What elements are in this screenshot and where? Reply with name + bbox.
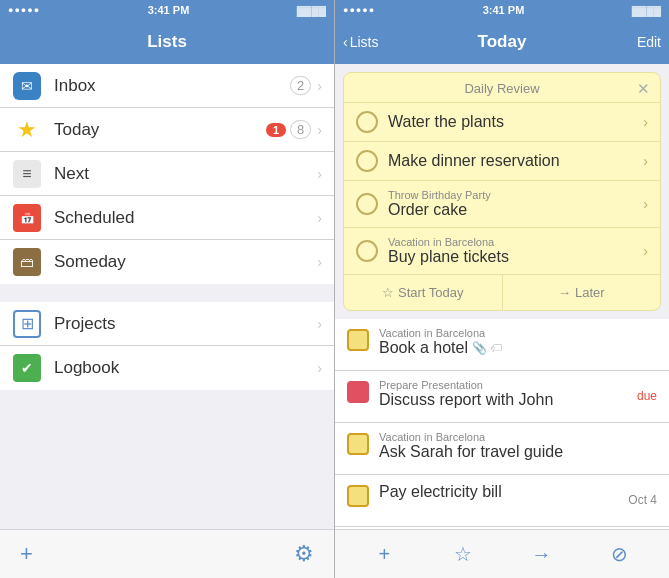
- right-nav-title: Today: [478, 32, 527, 52]
- projects-icon: ⊞: [12, 309, 42, 339]
- today-badge-red: 1: [266, 123, 286, 137]
- sidebar-item-logbook[interactable]: ✔ Logbook ›: [0, 346, 334, 390]
- left-bottom-bar: + ⚙: [0, 529, 334, 578]
- back-button[interactable]: ‹ Lists: [343, 34, 378, 50]
- review-item-4-content: Vacation in Barcelona Buy plane tickets: [388, 236, 643, 266]
- task-item-4[interactable]: Pay electricity bill Oct 4: [335, 475, 669, 527]
- back-label: Lists: [350, 34, 379, 50]
- someday-chevron: ›: [317, 254, 322, 270]
- edit-label: Edit: [637, 34, 661, 50]
- review-item-1-chevron: ›: [643, 114, 648, 130]
- task-3-subtitle: Vacation in Barcelona: [379, 431, 657, 443]
- later-button[interactable]: → Later: [503, 275, 661, 310]
- back-chevron-icon: ‹: [343, 34, 348, 50]
- left-nav-bar: Lists: [0, 20, 334, 64]
- sidebar-item-projects[interactable]: ⊞ Projects ›: [0, 302, 334, 346]
- today-arrow-button[interactable]: →: [502, 543, 581, 566]
- task-1-content: Vacation in Barcelona Book a hotel 📎 🏷: [379, 327, 657, 357]
- today-content: Daily Review ✕ Water the plants › Make d…: [335, 64, 669, 529]
- left-signal: ●●●●●: [8, 5, 40, 15]
- logbook-chevron: ›: [317, 360, 322, 376]
- task-1-checkbox: [347, 329, 369, 351]
- task-3-content: Vacation in Barcelona Ask Sarah for trav…: [379, 431, 657, 461]
- task-1-title: Book a hotel: [379, 339, 468, 357]
- inbox-count: 2: [290, 76, 311, 95]
- main-list-section: ✉ Inbox 2 › ★ Today 1 8 ›: [0, 64, 334, 284]
- sidebar-item-next[interactable]: ≡ Next ›: [0, 152, 334, 196]
- scheduled-label: Scheduled: [54, 208, 311, 228]
- review-item-4-chevron: ›: [643, 243, 648, 259]
- review-actions: ☆ Start Today → Later: [344, 274, 660, 310]
- add-button[interactable]: +: [20, 541, 33, 567]
- task-3-title: Ask Sarah for travel guide: [379, 443, 563, 460]
- sidebar-item-scheduled[interactable]: 📅 Scheduled ›: [0, 196, 334, 240]
- left-battery: ▓▓▓▓: [297, 5, 326, 16]
- task-4-content: Pay electricity bill: [379, 483, 628, 501]
- sidebar-item-today[interactable]: ★ Today 1 8 ›: [0, 108, 334, 152]
- sidebar-item-someday[interactable]: 🗃 Someday ›: [0, 240, 334, 284]
- start-today-label: Start Today: [398, 285, 464, 300]
- task-3-checkbox: [347, 433, 369, 455]
- inbox-badges: 2: [290, 76, 311, 95]
- start-today-button[interactable]: ☆ Start Today: [344, 275, 503, 310]
- task-item-3[interactable]: Vacation in Barcelona Ask Sarah for trav…: [335, 423, 669, 475]
- review-item-3-chevron: ›: [643, 196, 648, 212]
- later-label: Later: [575, 285, 605, 300]
- right-signal: ●●●●●: [343, 5, 375, 15]
- right-battery: ▓▓▓▓: [632, 5, 661, 16]
- review-item-3[interactable]: Throw Birthday Party Order cake ›: [344, 180, 660, 227]
- logbook-label: Logbook: [54, 358, 311, 378]
- right-time: 3:41 PM: [375, 4, 632, 16]
- daily-review-card: Daily Review ✕ Water the plants › Make d…: [343, 72, 661, 311]
- review-item-2-chevron: ›: [643, 153, 648, 169]
- review-item-4-circle: [356, 240, 378, 262]
- review-item-4-text: Buy plane tickets: [388, 248, 509, 265]
- task-2-content: Prepare Presentation Discuss report with…: [379, 379, 637, 409]
- later-icon: →: [558, 285, 571, 300]
- today-badges: 1 8: [266, 120, 311, 139]
- today-chevron: ›: [317, 122, 322, 138]
- review-item-1[interactable]: Water the plants ›: [344, 102, 660, 141]
- projects-chevron: ›: [317, 316, 322, 332]
- settings-button[interactable]: ⚙: [294, 541, 314, 567]
- left-status-bar: ●●●●● 3:41 PM ▓▓▓▓: [0, 0, 334, 20]
- edit-button[interactable]: Edit: [637, 34, 661, 50]
- task-4-title: Pay electricity bill: [379, 483, 502, 500]
- task-item-1[interactable]: Vacation in Barcelona Book a hotel 📎 🏷: [335, 319, 669, 371]
- inbox-chevron: ›: [317, 78, 322, 94]
- next-chevron: ›: [317, 166, 322, 182]
- right-panel: ●●●●● 3:41 PM ▓▓▓▓ ‹ Lists Today Edit Da…: [335, 0, 669, 578]
- today-bottom-bar: + ☆ → ⊘: [335, 529, 669, 578]
- today-badge-gray: 8: [290, 120, 311, 139]
- today-tag-button[interactable]: ⊘: [581, 542, 660, 566]
- review-item-2[interactable]: Make dinner reservation ›: [344, 141, 660, 180]
- left-list-content: ✉ Inbox 2 › ★ Today 1 8 ›: [0, 64, 334, 529]
- task-2-checkbox: [347, 381, 369, 403]
- task-1-subtitle: Vacation in Barcelona: [379, 327, 657, 339]
- task-4-checkbox: [347, 485, 369, 507]
- task-1-icons: 📎 🏷: [472, 341, 502, 355]
- task-2-meta: due: [637, 379, 657, 403]
- review-item-4[interactable]: Vacation in Barcelona Buy plane tickets …: [344, 227, 660, 274]
- review-item-3-content: Throw Birthday Party Order cake: [388, 189, 643, 219]
- daily-review-close-button[interactable]: ✕: [637, 80, 650, 98]
- today-icon: ★: [12, 115, 42, 145]
- left-time: 3:41 PM: [40, 4, 297, 16]
- next-label: Next: [54, 164, 311, 184]
- inbox-label: Inbox: [54, 76, 290, 96]
- review-item-2-circle: [356, 150, 378, 172]
- sidebar-item-inbox[interactable]: ✉ Inbox 2 ›: [0, 64, 334, 108]
- review-item-3-text: Order cake: [388, 201, 467, 218]
- daily-review-title: Daily Review: [464, 81, 539, 96]
- today-add-button[interactable]: +: [345, 543, 424, 566]
- task-4-meta: Oct 4: [628, 483, 657, 507]
- review-item-1-circle: [356, 111, 378, 133]
- logbook-icon: ✔: [12, 353, 42, 383]
- left-panel: ●●●●● 3:41 PM ▓▓▓▓ Lists ✉ Inbox 2 ›: [0, 0, 334, 578]
- today-star-button[interactable]: ☆: [424, 542, 503, 566]
- task-2-subtitle: Prepare Presentation: [379, 379, 637, 391]
- task-item-2[interactable]: Prepare Presentation Discuss report with…: [335, 371, 669, 423]
- next-icon: ≡: [12, 159, 42, 189]
- scheduled-chevron: ›: [317, 210, 322, 226]
- daily-review-header: Daily Review ✕: [344, 73, 660, 102]
